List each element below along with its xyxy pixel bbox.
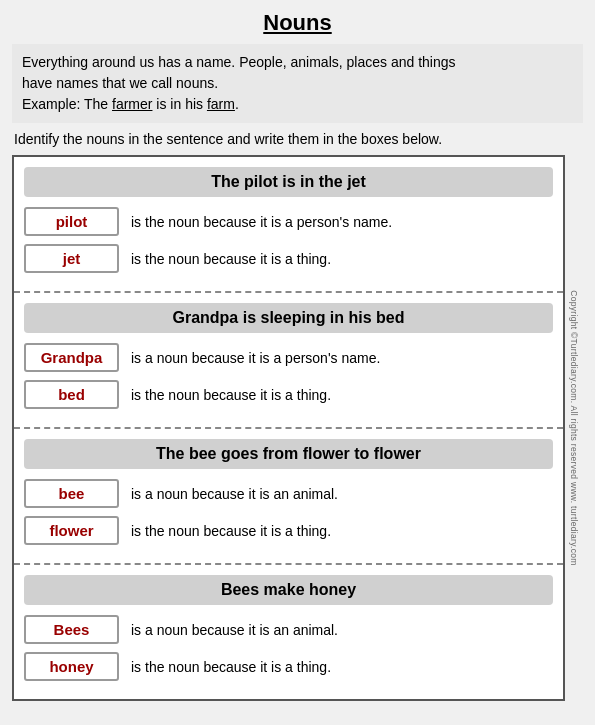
noun-box-grandpa: Grandpa	[24, 343, 119, 372]
main-content-area: The pilot is in the jet pilot is the nou…	[12, 155, 565, 701]
section-1: The pilot is in the jet pilot is the nou…	[14, 157, 563, 293]
noun-row-1-1: pilot is the noun because it is a person…	[24, 207, 553, 236]
sentence-header-2: Grandpa is sleeping in his bed	[24, 303, 553, 333]
noun-row-4-2: honey is the noun because it is a thing.	[24, 652, 553, 681]
noun-desc-flower: is the noun because it is a thing.	[131, 523, 331, 539]
intro-line2: have names that we call nouns.	[22, 73, 573, 94]
noun-box-pilot: pilot	[24, 207, 119, 236]
noun-desc-jet: is the noun because it is a thing.	[131, 251, 331, 267]
intro-example: Example: The farmer is in his farm.	[22, 94, 573, 115]
section-2: Grandpa is sleeping in his bed Grandpa i…	[14, 293, 563, 429]
noun-box-bees: Bees	[24, 615, 119, 644]
noun-box-bed: bed	[24, 380, 119, 409]
noun-desc-pilot: is the noun because it is a person's nam…	[131, 214, 392, 230]
intro-section: Everything around us has a name. People,…	[12, 44, 583, 123]
noun-box-jet: jet	[24, 244, 119, 273]
noun-row-3-2: flower is the noun because it is a thing…	[24, 516, 553, 545]
sentence-header-4: Bees make honey	[24, 575, 553, 605]
noun-row-4-1: Bees is a noun because it is an animal.	[24, 615, 553, 644]
noun-row-3-1: bee is a noun because it is an animal.	[24, 479, 553, 508]
noun-row-2-1: Grandpa is a noun because it is a person…	[24, 343, 553, 372]
instruction-text: Identify the nouns in the sentence and w…	[12, 131, 583, 147]
sentence-header-1: The pilot is in the jet	[24, 167, 553, 197]
noun-row-1-2: jet is the noun because it is a thing.	[24, 244, 553, 273]
page: Nouns Everything around us has a name. P…	[0, 0, 595, 725]
noun-box-bee: bee	[24, 479, 119, 508]
noun-box-flower: flower	[24, 516, 119, 545]
page-title: Nouns	[12, 10, 583, 36]
copyright-wrapper: Copyright ©Turtlediary.com. All rights r…	[565, 155, 583, 701]
section-4: Bees make honey Bees is a noun because i…	[14, 565, 563, 699]
copyright-text: Copyright ©Turtlediary.com. All rights r…	[569, 290, 579, 565]
intro-line1: Everything around us has a name. People,…	[22, 52, 573, 73]
sentence-header-3: The bee goes from flower to flower	[24, 439, 553, 469]
noun-desc-honey: is the noun because it is a thing.	[131, 659, 331, 675]
noun-row-2-2: bed is the noun because it is a thing.	[24, 380, 553, 409]
noun-box-honey: honey	[24, 652, 119, 681]
noun-desc-bed: is the noun because it is a thing.	[131, 387, 331, 403]
noun-desc-bee: is a noun because it is an animal.	[131, 486, 338, 502]
noun-desc-grandpa: is a noun because it is a person's name.	[131, 350, 380, 366]
section-3: The bee goes from flower to flower bee i…	[14, 429, 563, 565]
noun-desc-bees: is a noun because it is an animal.	[131, 622, 338, 638]
